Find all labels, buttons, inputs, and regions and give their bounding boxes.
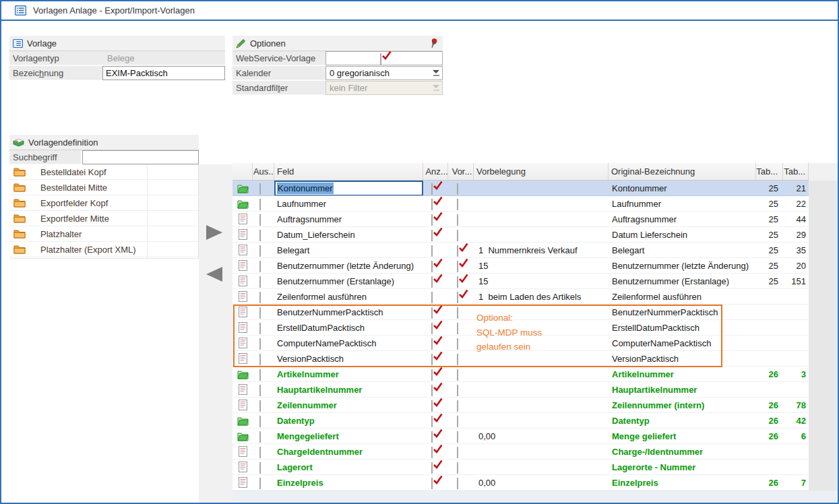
auswahl-checkbox[interactable] [259,463,268,472]
table-row[interactable]: LagerortLagerorte - Nummer [232,460,809,475]
table-row[interactable]: KontonummerKontonummer2521 [232,181,809,196]
auswahl-checkbox[interactable] [259,292,268,301]
auswahl-checkbox[interactable] [259,230,268,239]
anzeigen-checkbox[interactable] [431,230,440,239]
column-header-orig[interactable]: Original-Bezeichnung [609,163,756,180]
auswahl-checkbox[interactable] [259,323,268,332]
vorbelegung-checkbox[interactable] [457,463,466,472]
auswahl-checkbox[interactable] [259,184,268,193]
auswahl-checkbox[interactable] [259,385,268,394]
dropdown-arrow-icon[interactable] [430,67,442,80]
vorbelegung-checkbox[interactable] [457,215,466,224]
auswahl-checkbox[interactable] [259,354,268,363]
suchbegriff-input[interactable] [82,150,199,164]
anzeigen-checkbox[interactable] [431,416,440,425]
folder-item[interactable]: Bestelldatei Kopf [9,164,198,180]
anzeigen-checkbox[interactable] [431,292,440,301]
table-row[interactable]: Belegart1 Nummernkreis VerkaufBelegart25… [232,243,809,258]
folder-item[interactable]: Platzhalter (Export XML) [9,242,198,257]
vorbelegung-checkbox[interactable] [457,401,466,410]
auswahl-checkbox[interactable] [259,246,268,255]
auswahl-checkbox[interactable] [259,215,268,224]
anzeigen-checkbox[interactable] [431,184,440,193]
anzeigen-checkbox[interactable] [431,463,440,472]
bezeichnung-input[interactable] [102,66,225,80]
vorbelegung-checkbox[interactable] [457,292,466,301]
anzeigen-checkbox[interactable] [431,478,440,487]
auswahl-checkbox[interactable] [259,416,268,425]
vorbelegung-checkbox[interactable] [457,354,466,363]
anzeigen-checkbox[interactable] [431,370,440,379]
table-row[interactable]: Zeilenformel ausführen1 beim Laden des A… [232,289,809,305]
table-row[interactable]: Einzelpreis0,00Einzelpreis267 [232,475,809,491]
table-row[interactable]: Datum_LieferscheinDatum Lieferschein2529 [232,227,809,243]
auswahl-checkbox[interactable] [259,261,268,270]
vorbelegung-checkbox[interactable] [457,277,466,286]
vorbelegung-checkbox[interactable] [457,370,466,379]
auswahl-checkbox[interactable] [259,401,268,410]
anzeigen-checkbox[interactable] [431,308,440,317]
auswahl-checkbox[interactable] [259,339,268,348]
column-header-vorb[interactable]: Vorbelegung [474,163,609,180]
folder-item[interactable]: Exportfelder Mitte [9,211,198,226]
column-header-aus[interactable]: Aus... [253,163,274,180]
vorbelegung-checkbox[interactable] [457,339,466,348]
folder-item[interactable]: Exportfelder Kopf [9,195,198,211]
folder-item[interactable]: Platzhalter [9,226,198,242]
anzeigen-checkbox[interactable] [431,339,440,348]
anzeigen-checkbox[interactable] [431,354,440,363]
anzeigen-checkbox[interactable] [431,385,440,394]
vorbelegung-checkbox[interactable] [457,416,466,425]
vorbelegung-checkbox[interactable] [457,478,466,487]
vorbelegung-checkbox[interactable] [457,184,466,193]
table-row[interactable]: HauptartikelnummerHauptartikelnummer [232,382,809,398]
table-row[interactable]: Mengegeliefert0,00Menge geliefert266 [232,429,809,444]
anzeigen-checkbox[interactable] [431,401,440,410]
anzeigen-checkbox[interactable] [431,246,440,255]
vorbelegung-checkbox[interactable] [457,246,466,255]
column-header-vor[interactable]: Vor... [448,163,474,180]
vorbelegung-checkbox[interactable] [457,323,466,332]
auswahl-checkbox[interactable] [259,447,268,456]
table-row[interactable]: Benutzernummer (letzte Änderung)15Benutz… [232,258,809,274]
table-row[interactable]: AuftragsnummerAuftragsnummer2544 [232,212,809,227]
auswahl-checkbox[interactable] [259,277,268,286]
anzeigen-checkbox[interactable] [431,323,440,332]
anzeigen-checkbox[interactable] [431,199,440,208]
kalender-dropdown[interactable]: 0 gregorianisch [325,66,443,80]
vorbelegung-checkbox[interactable] [457,308,466,317]
anzeigen-checkbox[interactable] [431,215,440,224]
vorbelegung-checkbox[interactable] [457,432,466,441]
anzeigen-checkbox[interactable] [431,277,440,286]
table-row[interactable]: LaufnummerLaufnummer2522 [232,196,809,212]
vorbelegung-checkbox[interactable] [457,230,466,239]
vorbelegung-checkbox[interactable] [457,447,466,456]
vorbelegung-checkbox[interactable] [457,261,466,270]
move-right-arrow-button[interactable] [206,225,222,240]
feld-edit-box[interactable]: Kontonummer [274,181,423,195]
table-row[interactable]: ZeilennummerZeilennummer (intern)2678 [232,398,809,413]
auswahl-checkbox[interactable] [259,370,268,379]
column-header-anz[interactable]: Anz... [423,163,448,180]
auswahl-checkbox[interactable] [259,478,268,487]
webservice-checkbox[interactable] [325,51,443,65]
table-row[interactable]: Benutzernummer (Erstanlage)15Benutzernum… [232,274,809,289]
vorbelegung-checkbox[interactable] [457,199,466,208]
table-row[interactable]: DatentypDatentyp2642 [232,413,809,429]
anzeigen-checkbox[interactable] [431,432,440,441]
pin-icon[interactable] [430,38,437,49]
move-left-arrow-button[interactable] [206,267,222,282]
column-header-tab2[interactable]: Tab... [783,163,809,180]
table-row[interactable]: ChargeldentnummerCharge-/Identnummer [232,444,809,460]
auswahl-checkbox[interactable] [259,432,268,441]
column-header-icon[interactable] [232,163,253,180]
auswahl-checkbox[interactable] [259,199,268,208]
anzeigen-checkbox[interactable] [431,447,440,456]
column-header-feld[interactable]: Feld [274,163,423,180]
auswahl-checkbox[interactable] [259,308,268,317]
vorbelegung-checkbox[interactable] [457,385,466,394]
anzeigen-checkbox[interactable] [431,261,440,270]
folder-item[interactable]: Bestelldatei Mitte [9,180,198,195]
column-header-tab1[interactable]: Tab... [756,163,783,180]
table-row[interactable]: ArtikelnummerArtikelnummer263 [232,367,809,382]
